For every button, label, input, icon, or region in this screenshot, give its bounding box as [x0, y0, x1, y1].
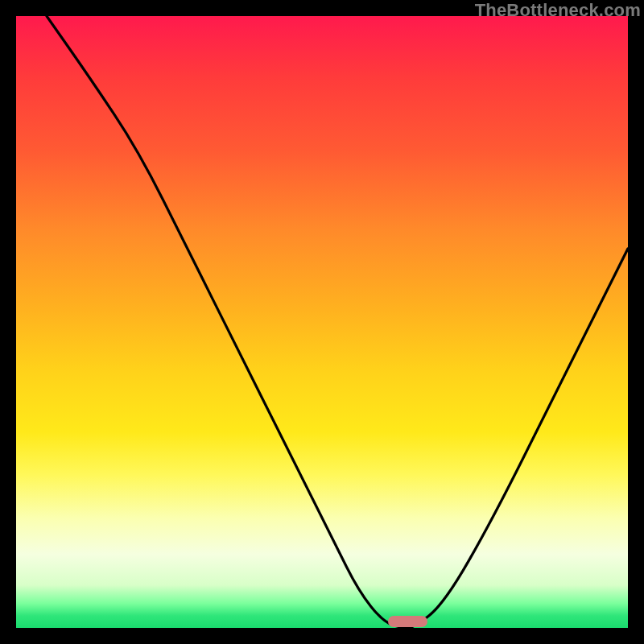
curve-svg	[16, 16, 628, 628]
bottleneck-curve	[47, 16, 628, 628]
chart-frame: TheBottleneck.com	[0, 0, 644, 644]
optimal-marker	[388, 616, 427, 627]
plot-area	[16, 16, 628, 628]
